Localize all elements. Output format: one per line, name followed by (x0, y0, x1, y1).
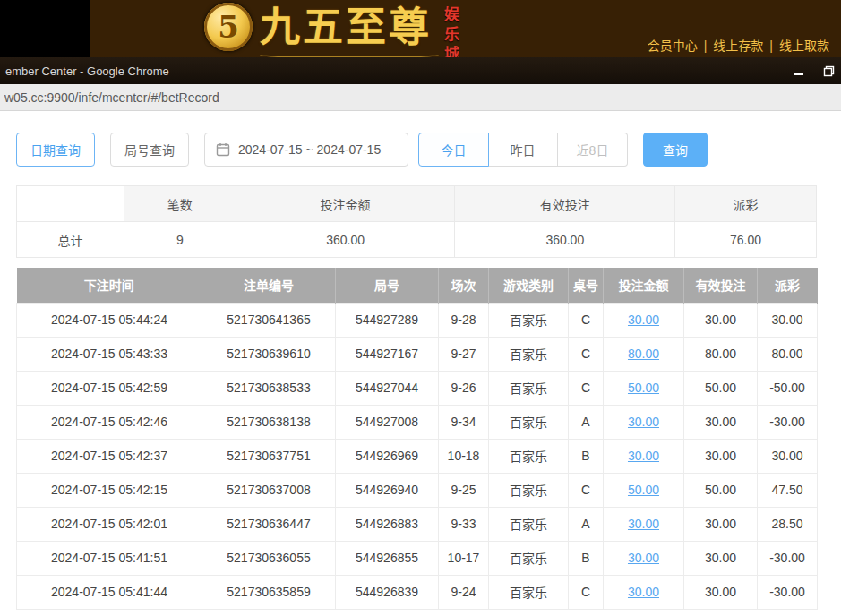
bet-amount-link[interactable]: 80.00 (628, 346, 659, 361)
summary-header-1: 笔数 (124, 186, 236, 222)
table-cell: 544926883 (336, 507, 439, 541)
table-cell: 9-27 (439, 337, 489, 371)
window-titlebar: ember Center - Google Chrome (0, 57, 841, 84)
table-cell: 30.00 (684, 541, 758, 575)
date-query-tab[interactable]: 日期查询 (16, 133, 95, 167)
bet-amount-link[interactable]: 50.00 (628, 381, 659, 395)
table-row: 2024-07-15 05:42:46521730638138544927008… (17, 405, 818, 439)
table-cell: 544927167 (336, 337, 439, 371)
bet-table-header-0: 下注时间 (17, 268, 202, 303)
site-banner: 5 九五至尊 娱乐城 会员中心|线上存款|线上取款 (0, 0, 841, 57)
table-cell: A (569, 507, 604, 541)
table-cell: 2024-07-15 05:43:33 (17, 337, 202, 371)
table-row: 2024-07-15 05:41:51521730636055544926855… (17, 541, 818, 575)
table-cell: 30.00 (604, 303, 684, 337)
round-query-tab[interactable]: 局号查询 (110, 133, 189, 167)
banner-nav-item-3[interactable]: 线上取款 (779, 38, 829, 53)
table-cell: -50.00 (758, 371, 818, 405)
table-row: 2024-07-15 05:42:59521730638533544927044… (17, 371, 818, 405)
address-bar[interactable]: w05.cc:9900/infe/mcenter/#/betRecord (0, 84, 841, 111)
table-cell: 9-25 (439, 473, 489, 507)
table-cell: 80.00 (604, 337, 684, 371)
table-cell: 30.00 (604, 507, 684, 541)
minimize-icon (794, 65, 804, 76)
bet-record-page: 日期查询 局号查询 2024-07-15 ~ 2024-07-15 今日 昨日 … (0, 111, 841, 610)
table-cell: 544927289 (336, 303, 439, 337)
table-cell: 30.00 (684, 507, 758, 541)
summary-value-1: 9 (124, 222, 236, 258)
logo-title: 九五至尊 (260, 3, 432, 53)
table-cell: 521730637008 (202, 473, 336, 507)
bet-table-header-8: 派彩 (758, 268, 818, 303)
table-cell: 9-28 (439, 303, 489, 337)
minimize-button[interactable] (789, 62, 809, 80)
bet-amount-link[interactable]: 30.00 (628, 312, 659, 327)
bet-amount-link[interactable]: 30.00 (628, 551, 659, 565)
background-window-patch (0, 0, 90, 57)
yesterday-button[interactable]: 昨日 (488, 133, 558, 167)
banner-nav-item-2[interactable]: 线上存款 (713, 38, 763, 53)
today-button[interactable]: 今日 (418, 133, 489, 167)
table-cell: 521730636055 (202, 541, 336, 575)
table-cell: -30.00 (758, 405, 818, 439)
table-cell: 10-17 (439, 541, 489, 575)
bet-table-header-7: 有效投注 (684, 268, 758, 303)
table-cell: 50.00 (684, 371, 758, 405)
bet-amount-link[interactable]: 30.00 (628, 585, 659, 599)
summary-header-4: 派彩 (675, 186, 817, 222)
table-cell: 30.00 (604, 575, 684, 609)
restore-button[interactable] (819, 62, 838, 80)
bet-table-header-4: 游戏类别 (489, 268, 569, 303)
table-cell: 9-26 (439, 371, 489, 405)
filter-toolbar: 日期查询 局号查询 2024-07-15 ~ 2024-07-15 今日 昨日 … (16, 133, 817, 167)
bet-amount-link[interactable]: 30.00 (628, 449, 659, 463)
summary-header-row: 笔数投注金额有效投注派彩 (17, 186, 817, 222)
table-cell: 544927008 (336, 405, 439, 439)
bet-table-body: 2024-07-15 05:44:24521730641365544927289… (17, 303, 818, 609)
bet-amount-link[interactable]: 30.00 (628, 517, 659, 531)
table-cell: 50.00 (604, 473, 684, 507)
table-cell: 30.00 (758, 303, 818, 337)
table-cell: 百家乐 (489, 575, 569, 609)
bet-table-header-2: 局号 (336, 268, 439, 303)
table-cell: 30.00 (604, 541, 684, 575)
table-cell: 2024-07-15 05:42:01 (17, 507, 202, 541)
window-title: ember Center - Google Chrome (5, 64, 169, 78)
bet-table-header-row: 下注时间注单编号局号场次游戏类别桌号投注金额有效投注派彩 (17, 268, 818, 303)
table-row: 2024-07-15 05:41:44521730635859544926839… (17, 575, 818, 609)
table-cell: 百家乐 (489, 541, 569, 575)
calendar-icon (216, 142, 230, 157)
table-cell: B (569, 541, 604, 575)
bet-amount-link[interactable]: 30.00 (628, 415, 659, 429)
nav-separator: | (704, 38, 708, 53)
table-cell: 30.00 (604, 405, 684, 439)
table-cell: 521730639610 (202, 337, 336, 371)
summary-total-row: 总计9360.00360.0076.00 (17, 222, 817, 258)
banner-nav-item-1[interactable]: 会员中心 (648, 38, 698, 53)
table-cell: 544926969 (336, 439, 439, 473)
table-cell: 544926940 (336, 473, 439, 507)
url-text[interactable]: w05.cc:9900/infe/mcenter/#/betRecord (4, 90, 219, 105)
window-controls (789, 57, 838, 84)
table-cell: 2024-07-15 05:42:37 (17, 439, 202, 473)
search-button[interactable]: 查询 (643, 133, 708, 167)
table-cell: 2024-07-15 05:41:51 (17, 541, 202, 575)
table-cell: 80.00 (684, 337, 758, 371)
date-range-input[interactable]: 2024-07-15 ~ 2024-07-15 (204, 133, 408, 167)
table-cell: 百家乐 (489, 473, 569, 507)
table-row: 2024-07-15 05:44:24521730641365544927289… (17, 303, 818, 337)
last-8-days-button[interactable]: 近8日 (558, 133, 628, 167)
table-cell: 2024-07-15 05:41:44 (17, 575, 202, 609)
table-cell: 30.00 (604, 439, 684, 473)
table-cell: 30.00 (684, 303, 758, 337)
site-logo: 5 九五至尊 娱乐城 (204, 3, 461, 57)
table-cell: 2024-07-15 05:42:15 (17, 473, 202, 507)
table-cell: 百家乐 (489, 507, 569, 541)
table-cell: 521730635859 (202, 575, 336, 609)
table-cell: 47.50 (758, 473, 818, 507)
banner-nav: 会员中心|线上存款|线上取款 (643, 36, 834, 54)
bet-amount-link[interactable]: 50.00 (628, 483, 659, 497)
table-cell: C (569, 473, 604, 507)
nav-separator: | (769, 38, 773, 53)
table-cell: A (569, 405, 604, 439)
